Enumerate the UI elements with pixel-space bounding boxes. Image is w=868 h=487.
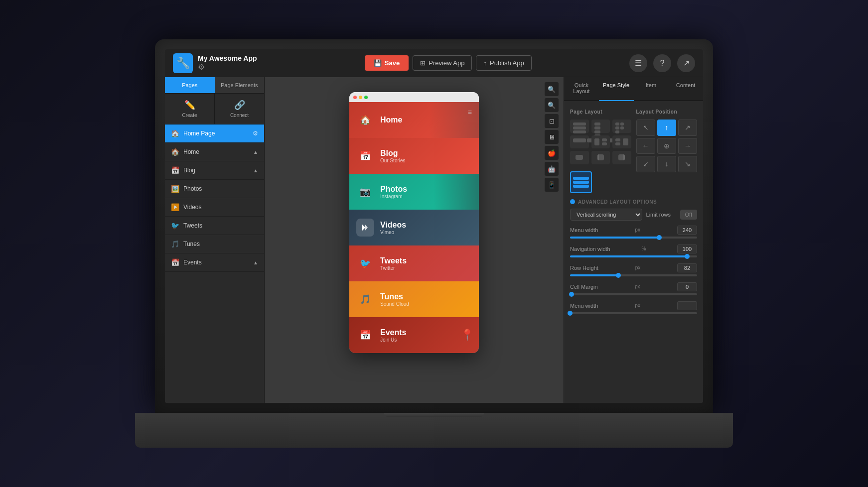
export-icon-button[interactable]: ↗: [677, 54, 695, 72]
videos-menu-icon: [356, 219, 374, 237]
cell-margin-input[interactable]: [677, 282, 697, 291]
layout-option-8[interactable]: [591, 151, 610, 164]
pos-bot-center[interactable]: ↓: [657, 156, 676, 172]
sidebar-item-blog[interactable]: 📅 Blog ▲: [165, 161, 264, 180]
cell-margin-track[interactable]: [570, 293, 697, 295]
traffic-light-red: [353, 96, 357, 99]
pos-bot-right[interactable]: ↘: [678, 156, 697, 172]
mobile-content: 🏠 Home ≡ 📅: [349, 102, 479, 353]
layout-option-6[interactable]: [612, 135, 631, 149]
row-height-track[interactable]: [570, 274, 697, 276]
page-icon: 🏠: [171, 129, 179, 137]
menu-width-2-track[interactable]: [570, 312, 697, 314]
sidebar-item-home-page[interactable]: 🏠 Home Page ⚙: [165, 124, 264, 143]
frame-button[interactable]: ⊡: [545, 114, 559, 128]
layout-option-9[interactable]: [612, 151, 631, 164]
mobile-menu-item-photos[interactable]: 📷 Photos Instagram: [349, 174, 479, 210]
menu-width-2-thumb[interactable]: [568, 311, 573, 316]
tab-page-elements[interactable]: Page Elements: [215, 77, 265, 93]
mobile-menu-item-home[interactable]: 🏠 Home ≡: [349, 102, 479, 138]
layout-option-3[interactable]: [612, 120, 631, 133]
sidebar-item-events[interactable]: 📅 Events ▲: [165, 253, 264, 272]
sidebar-item-tweets[interactable]: 🐦 Tweets: [165, 217, 264, 235]
pos-top-right[interactable]: ↗: [678, 120, 697, 136]
app-logo-icon: 🔧: [173, 53, 193, 73]
action-connect[interactable]: 🔗 Connect: [215, 94, 264, 124]
mobile-menu-item-tweets[interactable]: 🐦 Tweets Twitter: [349, 245, 479, 281]
help-icon-button[interactable]: ?: [653, 54, 671, 72]
page-icon: 🖼️: [171, 185, 179, 193]
layout-option-2[interactable]: [591, 120, 610, 133]
tab-item[interactable]: Item: [634, 77, 669, 100]
scrolling-control: Vertical scrolling Horizontal scrolling …: [570, 209, 697, 221]
scrolling-select[interactable]: Vertical scrolling Horizontal scrolling: [570, 209, 642, 221]
pos-mid-left[interactable]: ←: [636, 138, 655, 154]
menu-width-thumb[interactable]: [657, 235, 662, 240]
sidebar-item-photos[interactable]: 🖼️ Photos: [165, 180, 264, 198]
nav-width-track[interactable]: [570, 255, 697, 257]
menu-width-2-input[interactable]: [677, 301, 697, 310]
layout-position-section: Page Layout: [570, 107, 697, 193]
tab-content[interactable]: Content: [668, 77, 703, 100]
row-height-thumb[interactable]: [616, 273, 621, 278]
app-settings-icon[interactable]: ⚙: [198, 62, 257, 72]
tab-pages[interactable]: Pages: [165, 77, 215, 93]
nav-width-fill: [570, 255, 687, 257]
limit-rows-label: Limit rows: [646, 212, 676, 218]
layout-option-5[interactable]: [591, 135, 610, 149]
pos-bot-left[interactable]: ↙: [636, 156, 655, 172]
mobile-menu-item-videos[interactable]: Videos Vimeo: [349, 210, 479, 245]
layout-option-1[interactable]: [570, 120, 589, 133]
pos-top-center[interactable]: ↑: [657, 120, 676, 136]
phone-button[interactable]: 📱: [545, 178, 559, 192]
apple-button[interactable]: 🍎: [545, 146, 559, 160]
page-icon: 📅: [171, 166, 179, 174]
page-icon: 🏠: [171, 148, 179, 156]
slider-menu-width: Menu width px: [570, 226, 697, 239]
desktop-button[interactable]: 🖥: [545, 130, 559, 144]
publish-button[interactable]: ↑ Publish App: [476, 55, 531, 71]
right-panel: Quick Layout Page Style Item Content: [564, 77, 703, 403]
menu-width-input[interactable]: [677, 226, 697, 235]
page-icon: 🐦: [171, 222, 179, 230]
slider-cell-margin: Cell Margin px: [570, 282, 697, 295]
android-button[interactable]: 🤖: [545, 162, 559, 176]
zoom-in-button[interactable]: 🔍: [545, 82, 559, 96]
pos-center[interactable]: ⊕: [657, 138, 676, 154]
menu-width-track[interactable]: [570, 237, 697, 239]
layout-option-4[interactable]: [570, 135, 589, 149]
menu-icon-button[interactable]: ☰: [629, 54, 647, 72]
zoom-out-button[interactable]: 🔍: [545, 98, 559, 112]
cell-margin-thumb[interactable]: [569, 292, 574, 297]
mobile-menu-item-blog[interactable]: 📅 Blog Our Stories: [349, 138, 479, 174]
canvas-toolbar: 🔍 🔍 ⊡ 🖥 🍎 🤖 📱: [545, 82, 559, 192]
mobile-menu-item-events[interactable]: 📅 Events Join Us 📍: [349, 317, 479, 353]
app-title-area: My Awesome App ⚙: [198, 54, 257, 72]
sidebar-item-videos[interactable]: ▶️ Videos: [165, 198, 264, 217]
sidebar-item-home[interactable]: 🏠 Home ▲: [165, 143, 264, 161]
pos-top-left[interactable]: ↖: [636, 120, 655, 136]
pos-mid-right[interactable]: →: [678, 138, 697, 154]
sidebar-actions: ✏️ Create 🔗 Connect: [165, 94, 264, 124]
mobile-menu-item-tunes[interactable]: 🎵 Tunes Sound Cloud: [349, 281, 479, 317]
layout-option-7[interactable]: [570, 151, 589, 164]
tab-quick-layout[interactable]: Quick Layout: [564, 77, 599, 100]
laptop-shell: 🔧 My Awesome App ⚙ 💾 Save ⊞: [135, 39, 733, 448]
tab-page-style[interactable]: Page Style: [599, 77, 634, 101]
row-height-input[interactable]: [677, 263, 697, 272]
publish-icon: ↑: [483, 59, 487, 67]
layout-active[interactable]: [570, 171, 592, 193]
nav-width-thumb[interactable]: [685, 254, 690, 259]
page-settings-icon[interactable]: ⚙: [253, 130, 258, 137]
app-ui: 🔧 My Awesome App ⚙ 💾 Save ⊞: [165, 49, 703, 403]
preview-button[interactable]: ⊞ Preview App: [413, 55, 472, 71]
sidebar-item-tunes[interactable]: 🎵 Tunes: [165, 235, 264, 253]
mobile-preview: 🏠 Home ≡ 📅: [349, 92, 479, 353]
arrow-icon: ▲: [253, 260, 258, 265]
screen-bezel: 🔧 My Awesome App ⚙ 💾 Save ⊞: [155, 39, 713, 413]
action-create[interactable]: ✏️ Create: [165, 94, 215, 124]
nav-width-input[interactable]: [677, 244, 697, 253]
limit-rows-toggle[interactable]: Off: [680, 210, 697, 220]
left-sidebar: Pages Page Elements ✏️ Create 🔗 Connect: [165, 77, 265, 403]
save-button[interactable]: 💾 Save: [365, 55, 409, 71]
